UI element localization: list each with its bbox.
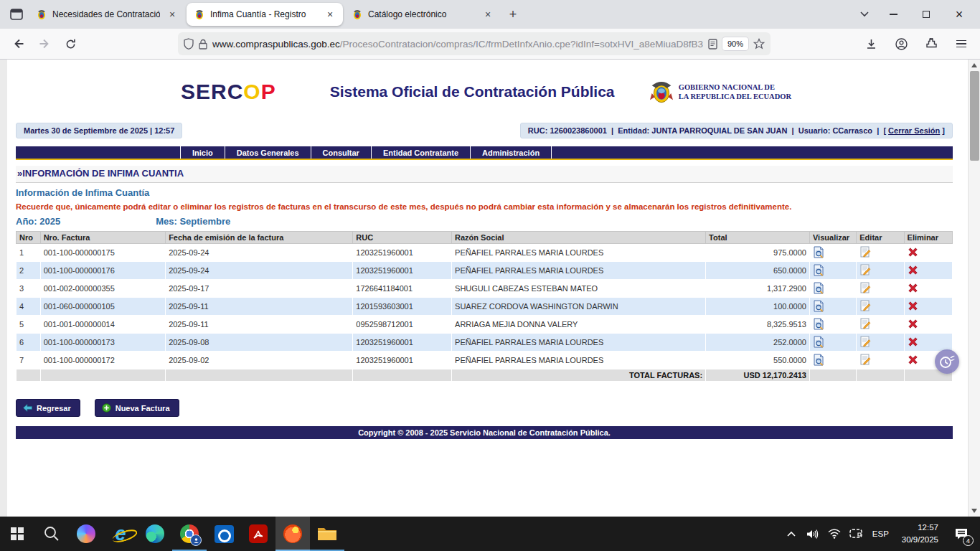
visualizar-icon[interactable] [813, 246, 825, 258]
editar-icon[interactable] [859, 336, 871, 347]
site-header: SERCOP Sistema Oficial de Contratación P… [16, 60, 953, 118]
volume-icon[interactable] [804, 517, 822, 551]
virtual-desktop-icon[interactable] [847, 517, 865, 551]
forward-icon[interactable] [33, 32, 56, 55]
outlook-icon[interactable] [207, 517, 241, 551]
internet-explorer-icon[interactable]: e [103, 517, 138, 551]
back-icon[interactable] [7, 32, 30, 55]
copilot-icon[interactable] [69, 517, 103, 551]
scroll-up-icon[interactable] [969, 60, 980, 71]
cell-razon-social: PEÑAFIEL PARRALES MARIA LOURDES [452, 334, 706, 352]
list-all-tabs-icon[interactable] [852, 4, 877, 25]
chrome-profile-badge [190, 534, 202, 546]
eliminar-icon[interactable] [908, 283, 918, 293]
visualizar-icon[interactable] [813, 264, 825, 276]
cell-fecha: 2025-09-11 [166, 298, 353, 316]
zoom-level-chip[interactable]: 90% [722, 37, 748, 50]
cell-nro: 7 [17, 352, 41, 369]
extensions-icon[interactable] [920, 32, 943, 55]
visualizar-icon[interactable] [813, 336, 825, 348]
acrobat-icon[interactable] [241, 517, 275, 551]
minimize-button[interactable] [877, 0, 910, 29]
editar-icon[interactable] [859, 318, 871, 329]
menu-icon[interactable] [950, 32, 973, 55]
eliminar-icon[interactable] [908, 265, 918, 276]
regresar-button[interactable]: Regresar [16, 399, 80, 417]
file-explorer-icon[interactable] [310, 517, 344, 551]
eliminar-icon[interactable] [908, 301, 918, 311]
section-title: Información de Infima Cuantía [16, 187, 953, 198]
tab-catalogo[interactable]: Catálogo electrónico × [344, 3, 501, 26]
tray-chevron-icon[interactable] [782, 517, 801, 551]
firefox-view-icon[interactable] [4, 4, 29, 25]
nav-item-datos-generales[interactable]: Datos Generales [225, 146, 311, 159]
reload-icon[interactable] [59, 32, 82, 55]
tab-infima-cuantia[interactable]: Infima Cuantía - Registro × [187, 3, 343, 26]
visualizar-icon[interactable] [813, 282, 825, 294]
new-tab-button[interactable]: + [502, 4, 524, 25]
eliminar-icon[interactable] [908, 336, 918, 347]
invoice-row: 1001-100-0000001752025-09-24120325196000… [17, 244, 953, 262]
sercop-logo: SERCOP [181, 80, 276, 104]
language-indicator[interactable]: ESP [868, 529, 893, 538]
nav-item-consultar[interactable]: Consultar [311, 146, 372, 159]
nav-item-administracion[interactable]: Administración [471, 146, 552, 159]
taskbar-time: 12:57 [902, 522, 938, 534]
eliminar-icon[interactable] [908, 319, 918, 329]
cell-factura: 001-100-000000175 [40, 244, 165, 262]
tracking-shield-icon[interactable] [184, 38, 194, 50]
nueva-factura-button[interactable]: Nueva Factura [95, 399, 179, 417]
nav-item-inicio[interactable]: Inicio [181, 146, 225, 159]
status-row: Martes 30 de Septiembre de 2025 | 12:57 … [16, 123, 953, 138]
invoice-row: 3001-002-0000003552025-09-17172664118400… [17, 280, 953, 298]
floating-timer-widget[interactable] [935, 349, 959, 374]
editar-icon[interactable] [859, 264, 871, 276]
scroll-down-icon[interactable] [969, 505, 980, 517]
taskbar-clock[interactable]: 12:57 30/9/2025 [896, 522, 944, 547]
visualizar-icon[interactable] [813, 300, 825, 312]
government-logo-text: GOBIERNO NACIONAL DE LA REPUBLICA DEL EC… [679, 83, 791, 101]
tab-title: Catálogo electrónico [368, 9, 476, 19]
cell-fecha: 2025-09-08 [166, 334, 353, 352]
tab-close-icon[interactable]: × [481, 7, 495, 22]
notifications-icon[interactable]: 4 [947, 517, 976, 551]
total-value: USD 12,170.2413 [706, 369, 810, 382]
bookmark-star-icon[interactable] [753, 38, 765, 50]
eliminar-icon[interactable] [908, 354, 918, 365]
edge-icon[interactable] [138, 517, 172, 551]
account-icon[interactable] [890, 32, 913, 55]
firefox-icon[interactable] [275, 517, 310, 551]
wifi-icon[interactable] [825, 517, 844, 551]
url-text[interactable]: www.compraspublicas.gob.ec/ProcesoContra… [212, 39, 703, 50]
scrollbar-thumb[interactable] [970, 71, 979, 161]
page-viewport: SERCOP Sistema Oficial de Contratación P… [0, 60, 980, 517]
eliminar-icon[interactable] [908, 247, 918, 258]
lock-icon[interactable] [199, 39, 207, 50]
downloads-icon[interactable] [859, 32, 882, 55]
cell-razon-social: SUAREZ CORDOVA WASHINGTON DARWIN [452, 298, 706, 316]
visualizar-icon[interactable] [813, 318, 825, 330]
invoice-row: 6001-100-0000001732025-09-08120325196000… [17, 334, 953, 352]
editar-icon[interactable] [859, 246, 871, 258]
reader-mode-icon[interactable] [708, 39, 717, 50]
search-button[interactable] [34, 517, 69, 551]
editar-icon[interactable] [859, 282, 871, 293]
close-window-button[interactable]: × [943, 0, 976, 29]
tab-necesidades[interactable]: Necesidades de Contratación y × [29, 3, 185, 26]
tab-bar: Necesidades de Contratación y × Infima C… [0, 0, 980, 29]
start-button[interactable] [0, 517, 34, 551]
chrome-icon[interactable] [172, 517, 207, 551]
nav-item-entidad-contratante[interactable]: Entidad Contratante [372, 146, 471, 159]
url-bar[interactable]: www.compraspublicas.gob.ec/ProcesoContra… [178, 32, 771, 55]
maximize-button[interactable] [910, 0, 943, 29]
cell-fecha: 2025-09-02 [166, 352, 353, 369]
visualizar-icon[interactable] [813, 354, 825, 366]
tab-close-icon[interactable]: × [323, 7, 337, 22]
editar-icon[interactable] [859, 354, 871, 365]
editar-icon[interactable] [859, 300, 871, 311]
tab-close-icon[interactable]: × [165, 7, 179, 22]
logout-link[interactable]: Cerrar Sesión [888, 126, 940, 135]
invoices-table: Nro Nro. Factura Fecha de emisión de la … [16, 231, 953, 382]
ecuador-emblem-favicon [194, 9, 205, 20]
vertical-scrollbar[interactable] [968, 60, 980, 517]
